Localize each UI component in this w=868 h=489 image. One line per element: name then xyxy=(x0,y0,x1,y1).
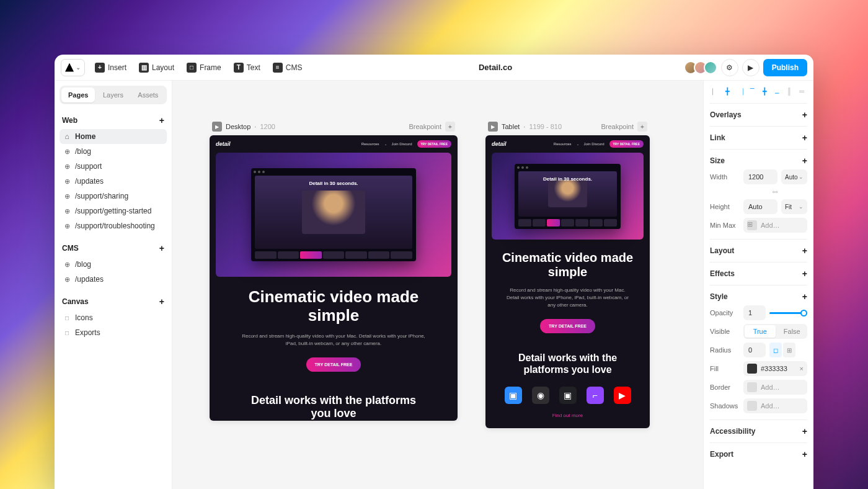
visible-toggle[interactable]: True False xyxy=(743,324,807,339)
separator: · xyxy=(523,123,525,130)
width-mode-select[interactable]: Auto xyxy=(781,169,807,184)
mock-person xyxy=(302,191,365,235)
mock-nav: detail Resources⌄ Join Discord TRY DETAI… xyxy=(210,135,458,153)
radius-input[interactable] xyxy=(743,343,766,357)
frame-dims: 1200 xyxy=(260,123,275,130)
page-blog[interactable]: /blog xyxy=(60,144,167,159)
play-icon[interactable]: ▶ xyxy=(212,122,222,132)
visible-true[interactable]: True xyxy=(745,325,776,338)
tab-pages[interactable]: Pages xyxy=(61,87,95,102)
tab-layers[interactable]: Layers xyxy=(96,87,130,102)
tool-frame[interactable]: □Frame xyxy=(182,59,226,76)
frame-desktop[interactable]: ▶ Desktop · 1200 Breakpoint + detail xyxy=(210,118,458,428)
minmax-add[interactable]: ⊞Add… xyxy=(743,218,807,233)
preview-button[interactable]: ▶ xyxy=(742,59,760,76)
tool-layout[interactable]: ▥Layout xyxy=(134,59,179,76)
visible-label: Visible xyxy=(710,328,740,335)
framer-logo-icon xyxy=(65,63,74,72)
align-center-h-icon[interactable]: ╋ xyxy=(722,86,733,97)
page-updates[interactable]: /updates xyxy=(60,174,167,189)
section-title: Effects xyxy=(710,269,735,278)
width-input[interactable] xyxy=(743,169,777,184)
mock-cta: TRY DETAIL FREE xyxy=(306,357,361,372)
distribute-h-icon[interactable]: ║ xyxy=(784,86,795,97)
shadows-add[interactable]: Add… xyxy=(743,398,807,413)
remove-fill-button[interactable]: × xyxy=(800,365,804,372)
align-left-icon[interactable]: ⎸ xyxy=(710,86,721,97)
align-right-icon[interactable]: ⎹ xyxy=(735,86,746,97)
add-link-button[interactable]: + xyxy=(802,133,807,143)
page-support-troubleshooting[interactable]: /support/troubleshooting xyxy=(60,218,167,233)
plus-icon: + xyxy=(95,63,105,73)
tool-text[interactable]: TText xyxy=(229,59,265,76)
placeholder: Add… xyxy=(761,384,780,391)
opacity-slider[interactable] xyxy=(769,312,807,314)
canvas-icons[interactable]: Icons xyxy=(60,310,167,325)
publish-button[interactable]: Publish xyxy=(763,59,807,76)
add-cms-button[interactable]: + xyxy=(159,243,164,253)
page-support-sharing[interactable]: /support/sharing xyxy=(60,189,167,204)
tree-label: /updates xyxy=(75,177,104,186)
page-home[interactable]: Home xyxy=(60,129,167,144)
align-top-icon[interactable]: ⎺ xyxy=(747,86,758,97)
border-add[interactable]: Add… xyxy=(743,380,807,395)
fill-control[interactable]: #333333 × xyxy=(743,361,807,376)
tree-label: /support/getting-started xyxy=(75,207,151,215)
mock-platforms: ▣ ◉ ▣ ⌐ ▶ xyxy=(485,387,650,404)
project-title: Detail.co xyxy=(312,63,678,72)
add-size-button[interactable]: + xyxy=(802,156,807,166)
add-layout-button[interactable]: + xyxy=(802,246,807,256)
height-input[interactable] xyxy=(743,199,777,214)
app-menu-button[interactable]: ⌄ xyxy=(61,59,85,76)
cms-updates[interactable]: /updates xyxy=(60,272,167,287)
mock-nav-resources: Resources xyxy=(361,142,379,146)
opacity-input[interactable] xyxy=(743,305,766,320)
section-title: Overlays xyxy=(710,110,742,119)
section-title: Style xyxy=(710,292,728,301)
canvas[interactable]: ▶ Desktop · 1200 Breakpoint + detail xyxy=(172,81,703,489)
add-breakpoint-button[interactable]: + xyxy=(445,122,455,132)
fill-swatch[interactable] xyxy=(747,364,757,374)
mock-headline: Cinematic video made simple xyxy=(210,288,458,325)
add-canvas-button[interactable]: + xyxy=(159,297,164,307)
tab-assets[interactable]: Assets xyxy=(131,87,165,102)
radius-all-icon[interactable]: ◻ xyxy=(769,343,782,357)
placeholder: Add… xyxy=(761,222,780,229)
swatch-icon: ⊞ xyxy=(747,220,757,230)
section-canvas-header: Canvas + xyxy=(60,293,167,310)
cms-blog[interactable]: /blog xyxy=(60,257,167,272)
page-support[interactable]: /support xyxy=(60,159,167,174)
add-style-button[interactable]: + xyxy=(802,292,807,302)
link-dimensions-icon[interactable]: ⚯ xyxy=(771,186,779,197)
align-center-v-icon[interactable]: ╋ xyxy=(760,86,771,97)
add-page-button[interactable]: + xyxy=(159,115,164,125)
add-breakpoint-button[interactable]: + xyxy=(637,122,647,132)
meet-icon: ▣ xyxy=(559,387,577,404)
add-accessibility-button[interactable]: + xyxy=(802,426,807,436)
frame-tablet[interactable]: ▶ Tablet · 1199 - 810 Breakpoint + detai… xyxy=(485,118,650,428)
add-export-button[interactable]: + xyxy=(802,449,807,459)
radius-individual-icon[interactable]: ⊞ xyxy=(783,343,795,357)
tool-label: CMS xyxy=(286,63,303,72)
play-icon[interactable]: ▶ xyxy=(488,122,498,132)
distribute-v-icon[interactable]: ═ xyxy=(796,86,807,97)
page-support-getting-started[interactable]: /support/getting-started xyxy=(60,204,167,218)
tool-row: +Insert ▥Layout □Frame TText ≡CMS xyxy=(90,59,307,76)
add-overlay-button[interactable]: + xyxy=(802,110,807,120)
settings-button[interactable]: ⚙ xyxy=(721,59,738,76)
tool-cms[interactable]: ≡CMS xyxy=(268,59,308,76)
mock-tablet[interactable]: detail Resources⌄ Join Discord TRY DETAI… xyxy=(485,135,650,428)
mock-desktop[interactable]: detail Resources⌄ Join Discord TRY DETAI… xyxy=(210,135,458,421)
add-effects-button[interactable]: + xyxy=(802,269,807,279)
prop-effects: Effects+ xyxy=(710,262,807,285)
visible-false[interactable]: False xyxy=(777,324,808,339)
collaborator-avatars[interactable] xyxy=(684,61,717,74)
tool-insert[interactable]: +Insert xyxy=(90,59,131,76)
height-mode-select[interactable]: Fit xyxy=(781,199,807,214)
topbar: ⌄ +Insert ▥Layout □Frame TText ≡CMS Deta… xyxy=(55,55,813,81)
canvas-exports[interactable]: Exports xyxy=(60,325,167,340)
main-row: Pages Layers Assets Web + Home /blog /su… xyxy=(55,81,813,489)
mock-nav-links: Resources⌄ Join Discord TRY DETAIL FREE xyxy=(554,140,644,148)
align-bottom-icon[interactable]: ⎽ xyxy=(771,86,782,97)
opacity-label: Opacity xyxy=(710,309,740,316)
